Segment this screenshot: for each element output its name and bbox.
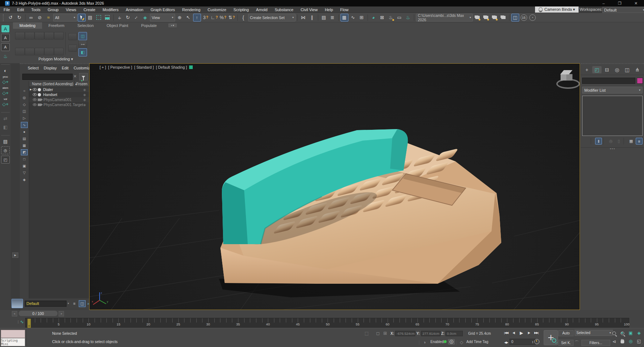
viewport-label-part[interactable]: [ Perspective ] [108, 65, 132, 69]
save-folder-icon[interactable] [491, 14, 499, 22]
merge-icon[interactable]: ◧ [1, 123, 10, 131]
preview-off-button[interactable] [15, 48, 25, 55]
menu-item[interactable]: Arnold [252, 6, 271, 13]
visibility-eye-icon[interactable] [33, 103, 37, 106]
select-link-icon[interactable]: ∞ [27, 14, 35, 22]
viewport-label-part[interactable]: [ + ] [100, 65, 106, 69]
active-layer-field[interactable]: Default [25, 301, 67, 307]
filter-all-icon[interactable]: ○ [21, 88, 28, 94]
frozen-toggle-icon[interactable]: ∗ [83, 102, 86, 108]
utilities-tab[interactable]: ⋔ [632, 66, 642, 73]
toolbar-grip[interactable] [3, 14, 5, 21]
badge-15[interactable]: 15 [521, 14, 527, 21]
y-coordinate-field[interactable]: 277.814cm [421, 331, 440, 336]
asset-folder-icon[interactable] [474, 14, 481, 22]
time-configuration-icon[interactable] [534, 339, 539, 344]
collapse-up-button[interactable] [68, 33, 77, 40]
redo-icon[interactable]: ↻ [15, 14, 23, 22]
layer-stack-icon[interactable]: ≡ [71, 300, 78, 307]
script-run-icon[interactable]: A [1, 43, 10, 51]
lightmixer-icon[interactable]: ▤ [1, 135, 10, 145]
viewport-label-part[interactable]: [ Standard ] [134, 65, 154, 69]
snap-3d-icon[interactable]: 3? [202, 14, 210, 22]
current-frame-spinner[interactable]: 0 ▲▼ [510, 339, 535, 345]
motion-tab[interactable]: ◎ [612, 66, 622, 73]
use-pivot-center-icon[interactable]: ⊕ [176, 14, 184, 22]
pan-hand-icon[interactable] [619, 339, 626, 344]
filter-geometry-icon[interactable]: ◎ [21, 95, 28, 101]
next-frame-button[interactable]: |▶ [525, 330, 532, 335]
minimize-button[interactable]: – [595, 0, 612, 6]
timeline-playhead[interactable]: 0 [27, 319, 31, 328]
expand-panel-button[interactable]: ▶ [12, 252, 18, 258]
align-icon[interactable]: ∥ [308, 14, 316, 22]
absolute-mode-icon[interactable]: ⊞ [383, 331, 387, 336]
convert-icon[interactable]: ⇄ [1, 112, 10, 122]
select-place-icon[interactable]: ◈ [141, 14, 149, 22]
viewport-label[interactable]: [ + ][ Perspective ][ Standard ][ Defaul… [100, 65, 193, 69]
object-color-swatch[interactable] [637, 78, 643, 84]
menu-item[interactable]: Views [62, 6, 80, 13]
select-manipulate-icon[interactable]: ↖ [184, 14, 192, 22]
open-folder-icon[interactable] [482, 14, 490, 22]
user-account-menu[interactable]: Cameron Binda ▾ [535, 6, 579, 13]
ribbon-tab[interactable]: Populate [134, 22, 163, 29]
menu-item[interactable]: Modifiers [99, 6, 122, 13]
explorer-menu-item[interactable]: Display [44, 66, 57, 70]
toolbar-separator[interactable] [414, 14, 414, 21]
key-filters-button[interactable]: Filters... [581, 340, 610, 346]
maximize-button[interactable]: ❐ [612, 0, 628, 6]
view-cube[interactable] [556, 69, 579, 88]
cp-separator[interactable] [624, 138, 627, 145]
filter-groups-icon[interactable]: ▤ [21, 136, 28, 142]
export-folder-icon[interactable] [499, 14, 507, 22]
menu-item[interactable]: Rendering [179, 6, 204, 13]
toolbar-separator[interactable] [113, 14, 114, 21]
perspective-viewport[interactable]: [ + ][ Perspective ][ Standard ][ Defaul… [89, 63, 580, 310]
shading-color-swatch[interactable] [189, 65, 193, 69]
set-key-button[interactable]: Set K. [558, 340, 574, 346]
frozen-toggle-icon[interactable]: ∗ [83, 87, 86, 92]
element-mode-button[interactable] [54, 32, 64, 40]
vertex-mode-button[interactable] [15, 32, 25, 40]
undo-icon[interactable]: ↺ [7, 14, 15, 22]
toolbar-separator[interactable] [318, 14, 318, 21]
display-tab[interactable]: ◫ [622, 66, 632, 73]
show-end-result-icon[interactable]: ‖ [595, 138, 602, 145]
use-soft-selection-button[interactable]: ◫ [78, 32, 87, 40]
selection-region-icon[interactable]: ⬚ [365, 331, 369, 336]
add-time-tag[interactable]: Add Time Tag [466, 340, 488, 344]
frozen-toggle-icon[interactable]: ∗ [83, 92, 86, 97]
menu-item[interactable]: Civil View [297, 6, 321, 13]
menu-item[interactable]: Create [80, 6, 99, 13]
project-folder-dropdown[interactable]: C:\Users\cambi...s\3ds Max 2026 [416, 14, 473, 22]
curve-editor-icon[interactable]: ∿ [349, 14, 357, 22]
menu-item[interactable]: Animation [122, 6, 147, 13]
arnold-procedural-icon[interactable]: proc ◇+ [1, 76, 10, 85]
explorer-row[interactable]: PhysCamera001.Target ∗ [29, 102, 89, 107]
go-to-end-button[interactable]: ▶▶| [533, 330, 540, 335]
zoom-icon[interactable] [611, 330, 618, 336]
menu-item[interactable]: Customize [204, 6, 230, 13]
keyboard-override-icon[interactable]: ↑ [193, 14, 201, 22]
configure-modifier-sets-icon[interactable]: ▦ [628, 138, 635, 145]
explorer-mode-button[interactable] [12, 299, 23, 308]
explorer-row[interactable]: Handset ∗ [29, 92, 89, 97]
edit-named-sets-icon[interactable]: { [239, 14, 247, 22]
render-production-icon[interactable]: ♨ [404, 14, 412, 22]
unlink-selection-icon[interactable]: ⊘ [36, 14, 44, 22]
ignore-backfacing-button[interactable]: ◧ [78, 48, 87, 56]
frozen-toggle-icon[interactable]: ∗ [83, 97, 86, 102]
window-resize-grip[interactable]: ⋰ [640, 343, 643, 347]
filter-cameras-icon[interactable]: ▷ [21, 115, 28, 121]
menu-item[interactable]: Scripting [230, 6, 252, 13]
selection-lock-icon[interactable]: ◻ [376, 331, 380, 336]
viewport-label-part[interactable]: [ Default Shading ] [156, 65, 187, 69]
script-editor-icon[interactable]: A [1, 34, 10, 42]
material-editor-icon[interactable]: ◕ [370, 14, 378, 22]
menu-item[interactable]: Help [321, 6, 337, 13]
ribbon-overflow-button[interactable]: ▪ ▾ [168, 23, 177, 27]
timeline-ruler[interactable]: 0510152025303540455055606570758085909510… [25, 318, 629, 328]
clear-search-icon[interactable]: ✕ [73, 74, 77, 79]
menu-item[interactable]: Graph Editors [147, 6, 179, 13]
